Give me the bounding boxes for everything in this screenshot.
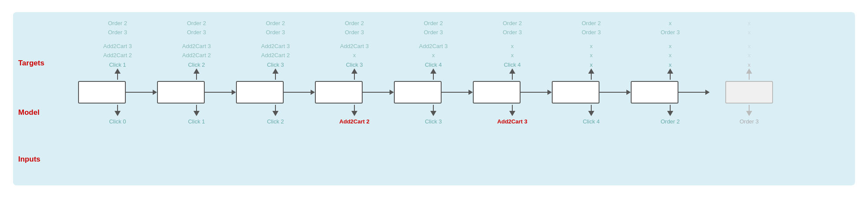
model-row-0 <box>78 80 157 105</box>
add2cart-labels-1: Add2Cart 3Add2Cart 2 <box>182 42 211 61</box>
add2cart-label-6-1: x <box>590 51 593 60</box>
arrow-down-2 <box>272 105 278 116</box>
order-labels-4: Order 2Order 3 <box>424 17 443 42</box>
order-label-1-0: Order 2 <box>187 19 206 28</box>
order-labels-3: Order 2Order 3 <box>345 17 364 42</box>
h-arrow-1 <box>205 90 236 95</box>
arrow-up-wrap-3 <box>351 68 357 80</box>
label-model: Model <box>18 108 39 117</box>
h-arrow-7 <box>678 90 710 95</box>
column-2: Order 2Order 3Add2Cart 3Add2Cart 2Click … <box>236 17 315 125</box>
diagram-area: Targets Model Inputs Order 2Order 3Add2C… <box>13 12 855 185</box>
order-label-2-0: Order 2 <box>266 19 285 28</box>
order-label-7-1: Order 3 <box>661 28 680 37</box>
h-arrow-4 <box>442 90 473 95</box>
label-targets: Targets <box>18 59 44 68</box>
add2cart-label-6-0: x <box>590 42 593 51</box>
arrow-up-wrap-7 <box>667 68 673 80</box>
order-labels-7: xOrder 3 <box>661 17 680 42</box>
order-label-6-0: Order 2 <box>582 19 601 28</box>
add2cart-labels-4: Add2Cart 3x <box>419 42 448 61</box>
label-inputs: Inputs <box>18 155 40 164</box>
order-labels-2: Order 2Order 3 <box>266 17 285 42</box>
arrow-up-wrap-1 <box>193 68 200 80</box>
order-label-5-0: Order 2 <box>503 19 522 28</box>
order-label-8-0: x <box>748 19 751 28</box>
click-above-8: x <box>748 61 751 68</box>
model-row-8 <box>710 80 789 105</box>
click-above-2: Click 3 <box>267 61 284 68</box>
input-label-3: Add2Cart 2 <box>339 118 369 125</box>
h-arrow-2 <box>284 90 315 95</box>
h-arrow-0 <box>126 90 157 95</box>
arrow-down-0 <box>115 105 121 116</box>
column-3: Order 2Order 3Add2Cart 3xClick 3Add2Cart… <box>315 17 394 125</box>
order-labels-5: Order 2Order 3 <box>503 17 522 42</box>
model-row-5 <box>473 80 552 105</box>
add2cart-label-3-0: Add2Cart 3 <box>340 42 369 51</box>
add2cart-label-0-1: Add2Cart 2 <box>103 51 132 60</box>
add2cart-label-7-1: x <box>669 51 672 60</box>
model-row-6 <box>552 80 631 105</box>
order-label-4-1: Order 3 <box>424 28 443 37</box>
h-arrow-3 <box>363 90 394 95</box>
column-7: xOrder 3xxxOrder 2 <box>631 17 710 125</box>
model-box-3 <box>315 81 363 104</box>
model-box-2 <box>236 81 284 104</box>
input-label-4: Click 3 <box>425 118 442 125</box>
add2cart-labels-8: xx <box>748 42 751 61</box>
model-row-3 <box>315 80 394 105</box>
arrow-down-1 <box>193 105 200 116</box>
arrow-down-3 <box>351 105 357 116</box>
order-label-6-1: Order 3 <box>582 28 601 37</box>
order-label-1-1: Order 3 <box>187 28 206 37</box>
add2cart-label-2-0: Add2Cart 3 <box>261 42 290 51</box>
input-label-6: Click 4 <box>583 118 599 125</box>
input-label-7: Order 2 <box>661 118 680 125</box>
arrow-down-7 <box>667 105 673 116</box>
click-above-6: x <box>590 61 593 68</box>
click-above-0: Click 1 <box>109 61 126 68</box>
arrow-up-wrap-8 <box>746 68 752 80</box>
model-row-1 <box>157 80 236 105</box>
input-label-8: Order 3 <box>740 118 759 125</box>
arrow-up-wrap-6 <box>588 68 594 80</box>
add2cart-labels-7: xx <box>669 42 672 61</box>
model-box-6 <box>552 81 599 104</box>
model-box-8 <box>725 81 773 104</box>
arrow-up-wrap-0 <box>115 68 121 80</box>
column-4: Order 2Order 3Add2Cart 3xClick 4Click 3 <box>394 17 473 125</box>
click-above-3: Click 3 <box>346 61 363 68</box>
order-label-5-1: Order 3 <box>503 28 522 37</box>
arrow-down-8 <box>746 105 752 116</box>
order-label-3-1: Order 3 <box>345 28 364 37</box>
order-labels-6: Order 2Order 3 <box>582 17 601 42</box>
column-8: xxxxxOrder 3 <box>710 17 789 125</box>
click-above-4: Click 4 <box>425 61 442 68</box>
arrow-up-wrap-4 <box>430 68 436 80</box>
order-label-3-0: Order 2 <box>345 19 364 28</box>
order-label-7-0: x <box>669 19 672 28</box>
click-above-7: x <box>669 61 672 68</box>
input-label-1: Click 1 <box>188 118 205 125</box>
arrow-down-5 <box>509 105 515 116</box>
add2cart-label-5-0: x <box>511 42 514 51</box>
order-labels-8: xx <box>748 17 751 42</box>
click-above-1: Click 2 <box>188 61 205 68</box>
add2cart-label-7-0: x <box>669 42 672 51</box>
add2cart-label-0-0: Add2Cart 3 <box>103 42 132 51</box>
order-label-4-0: Order 2 <box>424 19 443 28</box>
model-row-7 <box>631 80 710 105</box>
add2cart-label-8-0: x <box>748 42 751 51</box>
add2cart-labels-0: Add2Cart 3Add2Cart 2 <box>103 42 132 61</box>
column-5: Order 2Order 3xxClick 4Add2Cart 3 <box>473 17 552 125</box>
page-title <box>0 0 868 12</box>
click-above-5: Click 4 <box>504 61 521 68</box>
model-box-5 <box>473 81 521 104</box>
arrow-down-6 <box>588 105 594 116</box>
input-label-2: Click 2 <box>267 118 284 125</box>
model-box-0 <box>78 81 126 104</box>
column-1: Order 2Order 3Add2Cart 3Add2Cart 2Click … <box>157 17 236 125</box>
column-6: Order 2Order 3xxxClick 4 <box>552 17 631 125</box>
add2cart-labels-3: Add2Cart 3x <box>340 42 369 61</box>
